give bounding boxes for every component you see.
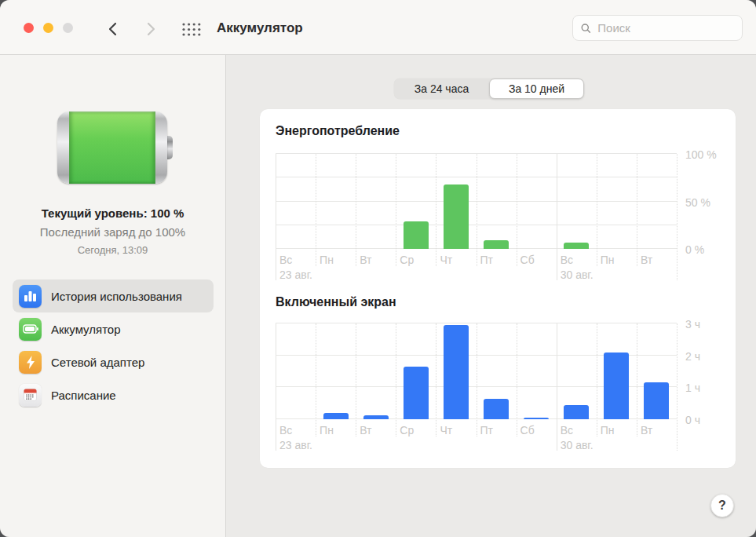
help-button[interactable]: ? bbox=[710, 494, 734, 517]
day-separator bbox=[276, 154, 276, 280]
battery-illustration bbox=[57, 111, 167, 184]
x-axis-label: Пн bbox=[320, 424, 334, 437]
energy-usage-chart-title: Энергопотребление bbox=[276, 124, 400, 138]
day-separator bbox=[677, 154, 677, 280]
x-axis-label: Сб bbox=[520, 254, 535, 266]
x-axis-label: Пн bbox=[601, 424, 615, 437]
tab-10-days[interactable]: За 10 дней bbox=[489, 79, 584, 99]
screen-on-chart-title: Включенный экран bbox=[276, 295, 396, 309]
sidebar-item-battery[interactable]: Аккумулятор bbox=[13, 312, 214, 345]
x-axis-label: Ср bbox=[400, 254, 414, 266]
x-axis-label: Чт bbox=[440, 254, 452, 266]
main-content: За 24 часа За 10 дней Энергопотребление … bbox=[226, 55, 756, 537]
day-separator bbox=[597, 154, 597, 266]
y-axis-label: 100 % bbox=[685, 148, 717, 161]
bar bbox=[564, 405, 589, 419]
forward-button[interactable] bbox=[142, 20, 159, 38]
x-axis-label: Вс bbox=[279, 254, 292, 266]
day-separator bbox=[396, 323, 396, 437]
usage-history-icon bbox=[19, 285, 42, 308]
bar bbox=[444, 325, 469, 419]
bar bbox=[323, 413, 349, 419]
x-axis-date-label: 30 авг. bbox=[561, 268, 593, 281]
minimize-window-button[interactable] bbox=[43, 23, 53, 33]
screen-on-chart: ВсПнВтСрЧтПтСбВсПнВт23 авг.30 авг.3 ч2 ч… bbox=[276, 323, 677, 419]
y-axis-label: 1 ч bbox=[685, 382, 700, 394]
x-axis-label: Сб bbox=[520, 424, 535, 437]
x-axis-label: Пн bbox=[320, 254, 334, 266]
day-separator bbox=[517, 323, 517, 437]
sidebar-item-schedule[interactable]: Расписание bbox=[13, 378, 214, 411]
energy-usage-chart: ВсПнВтСрЧтПтСбВсПнВт23 авг.30 авг.100 %5… bbox=[276, 154, 677, 249]
charts-card: Энергопотребление ВсПнВтСрЧтПтСбВсПнВт23… bbox=[260, 109, 736, 468]
x-axis-label: Вт bbox=[641, 254, 652, 266]
charge-time-text: Сегодня, 13:09 bbox=[0, 244, 225, 256]
show-all-preferences-button[interactable] bbox=[182, 23, 201, 39]
battery-icon bbox=[19, 318, 42, 341]
current-level-text: Текущий уровень: 100 % bbox=[0, 206, 225, 220]
day-separator bbox=[276, 323, 276, 451]
day-separator bbox=[436, 154, 436, 266]
x-axis-label: Вс bbox=[561, 424, 573, 437]
sidebar: Текущий уровень: 100 % Последний заряд д… bbox=[0, 55, 226, 537]
back-button[interactable] bbox=[104, 20, 121, 38]
chevron-left-icon bbox=[108, 22, 117, 36]
zoom-window-button[interactable] bbox=[63, 23, 73, 33]
y-axis-label: 0 % bbox=[685, 243, 704, 256]
sidebar-item-label: Аккумулятор bbox=[51, 323, 121, 336]
day-separator bbox=[316, 323, 316, 437]
search-input[interactable] bbox=[596, 20, 734, 35]
bar bbox=[484, 240, 509, 249]
battery-preferences-window: Аккумулятор Текущий уровень: 100 % После… bbox=[0, 0, 756, 537]
y-axis-label: 50 % bbox=[685, 196, 710, 209]
x-axis-label: Пн bbox=[601, 254, 615, 266]
x-axis-date-label: 23 авг. bbox=[279, 439, 312, 451]
sidebar-item-label: История использования bbox=[51, 290, 182, 303]
bar bbox=[604, 353, 629, 419]
last-charge-text: Последний заряд до 100% bbox=[0, 225, 225, 239]
time-range-segmented-control: За 24 часа За 10 дней bbox=[394, 79, 584, 99]
x-axis-label: Вс bbox=[561, 254, 573, 266]
y-axis-label: 2 ч bbox=[685, 350, 700, 363]
sidebar-menu: История использования Аккумулятор Сетево… bbox=[13, 279, 214, 411]
bar bbox=[444, 184, 469, 249]
sidebar-item-usage-history[interactable]: История использования bbox=[13, 279, 214, 312]
day-separator bbox=[477, 323, 477, 437]
day-separator bbox=[316, 154, 316, 266]
bar bbox=[404, 221, 429, 249]
bar bbox=[484, 399, 509, 419]
bar bbox=[564, 243, 589, 249]
window-title: Аккумулятор bbox=[217, 20, 303, 36]
day-separator bbox=[436, 323, 436, 437]
toolbar: Аккумулятор bbox=[0, 0, 756, 55]
x-axis-label: Пт bbox=[480, 254, 493, 266]
search-field[interactable] bbox=[572, 15, 743, 41]
sidebar-item-label: Сетевой адаптер bbox=[51, 356, 144, 369]
day-separator bbox=[517, 154, 517, 266]
day-separator bbox=[557, 154, 557, 280]
calendar-icon bbox=[19, 384, 42, 407]
day-separator bbox=[637, 154, 637, 266]
day-separator bbox=[396, 154, 396, 266]
sidebar-item-power-adapter[interactable]: Сетевой адаптер bbox=[13, 345, 214, 378]
bar bbox=[363, 415, 389, 419]
day-separator bbox=[356, 323, 356, 437]
grid-icon bbox=[182, 23, 201, 36]
chevron-right-icon bbox=[147, 22, 155, 36]
x-axis-label: Вт bbox=[641, 424, 652, 437]
x-axis-label: Вт bbox=[360, 254, 371, 266]
day-separator bbox=[356, 154, 356, 266]
x-axis-label: Вт bbox=[360, 424, 371, 437]
x-axis-label: Чт bbox=[440, 424, 452, 437]
x-axis-label: Пт bbox=[480, 424, 493, 437]
bar bbox=[644, 382, 669, 419]
x-axis-date-label: 23 авг. bbox=[279, 268, 312, 281]
x-axis-label: Ср bbox=[400, 424, 414, 437]
sidebar-item-label: Расписание bbox=[51, 389, 116, 402]
tab-24-hours[interactable]: За 24 часа bbox=[394, 79, 489, 99]
x-axis-date-label: 30 авг. bbox=[561, 439, 593, 451]
bar bbox=[524, 418, 549, 419]
close-window-button[interactable] bbox=[24, 23, 34, 33]
day-separator bbox=[677, 323, 677, 451]
y-axis-label: 0 ч bbox=[685, 414, 700, 426]
